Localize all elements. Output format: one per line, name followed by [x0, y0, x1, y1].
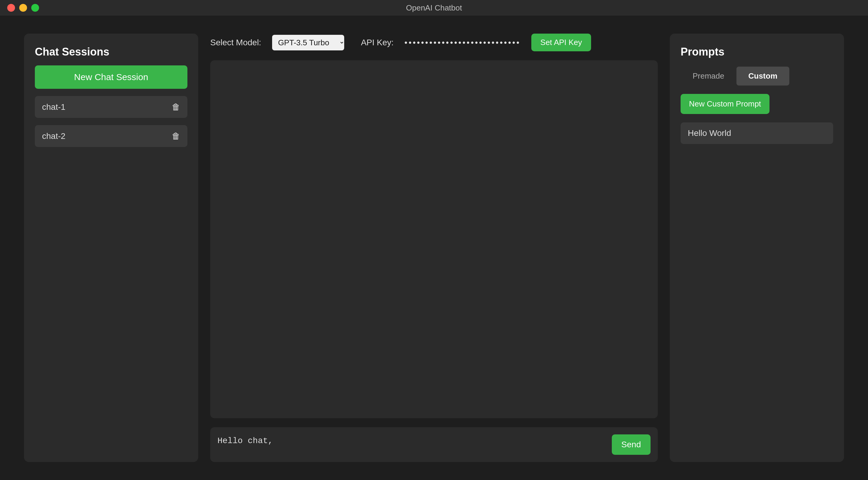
tab-premade[interactable]: Premade	[681, 67, 737, 85]
chat-session-item[interactable]: chat-1 🗑	[35, 96, 187, 118]
prompts-panel: Prompts Premade Custom New Custom Prompt…	[670, 34, 844, 462]
new-chat-button[interactable]: New Chat Session	[35, 65, 187, 89]
maximize-button[interactable]	[31, 4, 39, 12]
chat-session-label: chat-1	[42, 102, 65, 112]
set-api-key-button[interactable]: Set API Key	[531, 34, 591, 51]
prompts-tabs: Premade Custom	[681, 67, 833, 85]
api-key-label: API Key:	[361, 38, 394, 47]
trash-icon[interactable]: 🗑	[172, 131, 180, 141]
send-button[interactable]: Send	[612, 435, 651, 455]
chat-sessions-panel: Chat Sessions New Chat Session chat-1 🗑 …	[24, 34, 198, 462]
titlebar: OpenAI Chatbot	[0, 0, 868, 15]
close-button[interactable]	[7, 4, 15, 12]
chat-messages-area	[210, 60, 658, 418]
prompt-item-label: Hello World	[688, 128, 731, 138]
minimize-button[interactable]	[19, 4, 27, 12]
new-custom-prompt-button[interactable]: New Custom Prompt	[681, 94, 770, 114]
chat-sessions-title: Chat Sessions	[35, 45, 187, 58]
chat-session-label: chat-2	[42, 131, 65, 141]
app-content: Chat Sessions New Chat Session chat-1 🗑 …	[0, 15, 868, 480]
chat-main-panel: Select Model: GPT-3.5 Turbo GPT-4 GPT-4 …	[210, 34, 658, 462]
api-key-value: ••••••••••••••••••••••••••••	[405, 38, 521, 47]
chat-input-area: Hello chat, Send	[210, 427, 658, 462]
prompt-item[interactable]: Hello World	[681, 123, 833, 144]
prompts-title: Prompts	[681, 45, 833, 58]
chat-input[interactable]: Hello chat,	[217, 436, 606, 455]
window-controls	[7, 4, 39, 12]
trash-icon[interactable]: 🗑	[172, 102, 180, 112]
model-bar: Select Model: GPT-3.5 Turbo GPT-4 GPT-4 …	[210, 34, 658, 51]
chat-session-item[interactable]: chat-2 🗑	[35, 125, 187, 147]
app-title: OpenAI Chatbot	[406, 3, 462, 12]
tab-custom[interactable]: Custom	[737, 67, 789, 85]
model-select[interactable]: GPT-3.5 Turbo GPT-4 GPT-4 Turbo	[272, 35, 344, 50]
model-label: Select Model:	[210, 38, 261, 47]
